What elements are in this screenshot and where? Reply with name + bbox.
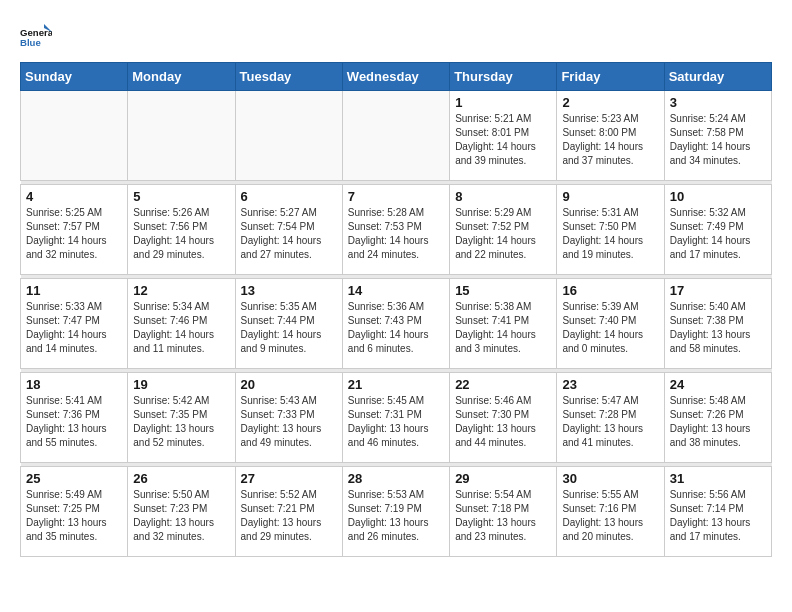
day-info: Sunrise: 5:34 AM Sunset: 7:46 PM Dayligh… [133,300,229,356]
calendar-cell: 16Sunrise: 5:39 AM Sunset: 7:40 PM Dayli… [557,279,664,369]
logo: General Blue [20,20,56,52]
calendar-cell: 23Sunrise: 5:47 AM Sunset: 7:28 PM Dayli… [557,373,664,463]
calendar-cell: 5Sunrise: 5:26 AM Sunset: 7:56 PM Daylig… [128,185,235,275]
weekday-header-thursday: Thursday [450,63,557,91]
day-number: 9 [562,189,658,204]
day-number: 22 [455,377,551,392]
day-number: 19 [133,377,229,392]
day-info: Sunrise: 5:27 AM Sunset: 7:54 PM Dayligh… [241,206,337,262]
calendar-cell: 29Sunrise: 5:54 AM Sunset: 7:18 PM Dayli… [450,467,557,557]
day-info: Sunrise: 5:24 AM Sunset: 7:58 PM Dayligh… [670,112,766,168]
day-info: Sunrise: 5:43 AM Sunset: 7:33 PM Dayligh… [241,394,337,450]
day-number: 2 [562,95,658,110]
day-info: Sunrise: 5:45 AM Sunset: 7:31 PM Dayligh… [348,394,444,450]
day-info: Sunrise: 5:25 AM Sunset: 7:57 PM Dayligh… [26,206,122,262]
day-info: Sunrise: 5:42 AM Sunset: 7:35 PM Dayligh… [133,394,229,450]
day-number: 23 [562,377,658,392]
calendar-cell [235,91,342,181]
day-info: Sunrise: 5:54 AM Sunset: 7:18 PM Dayligh… [455,488,551,544]
calendar-cell: 25Sunrise: 5:49 AM Sunset: 7:25 PM Dayli… [21,467,128,557]
weekday-header-friday: Friday [557,63,664,91]
day-info: Sunrise: 5:35 AM Sunset: 7:44 PM Dayligh… [241,300,337,356]
day-number: 27 [241,471,337,486]
day-info: Sunrise: 5:40 AM Sunset: 7:38 PM Dayligh… [670,300,766,356]
calendar-cell [21,91,128,181]
calendar-cell: 6Sunrise: 5:27 AM Sunset: 7:54 PM Daylig… [235,185,342,275]
day-number: 31 [670,471,766,486]
day-info: Sunrise: 5:28 AM Sunset: 7:53 PM Dayligh… [348,206,444,262]
day-number: 16 [562,283,658,298]
day-info: Sunrise: 5:29 AM Sunset: 7:52 PM Dayligh… [455,206,551,262]
day-info: Sunrise: 5:48 AM Sunset: 7:26 PM Dayligh… [670,394,766,450]
day-info: Sunrise: 5:55 AM Sunset: 7:16 PM Dayligh… [562,488,658,544]
calendar-week-row: 25Sunrise: 5:49 AM Sunset: 7:25 PM Dayli… [21,467,772,557]
day-info: Sunrise: 5:21 AM Sunset: 8:01 PM Dayligh… [455,112,551,168]
calendar-cell: 13Sunrise: 5:35 AM Sunset: 7:44 PM Dayli… [235,279,342,369]
day-number: 7 [348,189,444,204]
day-info: Sunrise: 5:36 AM Sunset: 7:43 PM Dayligh… [348,300,444,356]
calendar-week-row: 4Sunrise: 5:25 AM Sunset: 7:57 PM Daylig… [21,185,772,275]
day-number: 13 [241,283,337,298]
calendar-cell: 8Sunrise: 5:29 AM Sunset: 7:52 PM Daylig… [450,185,557,275]
weekday-header-sunday: Sunday [21,63,128,91]
calendar-cell: 28Sunrise: 5:53 AM Sunset: 7:19 PM Dayli… [342,467,449,557]
day-info: Sunrise: 5:39 AM Sunset: 7:40 PM Dayligh… [562,300,658,356]
day-number: 26 [133,471,229,486]
day-number: 8 [455,189,551,204]
day-number: 1 [455,95,551,110]
calendar-table: SundayMondayTuesdayWednesdayThursdayFrid… [20,62,772,557]
calendar-cell: 19Sunrise: 5:42 AM Sunset: 7:35 PM Dayli… [128,373,235,463]
day-number: 5 [133,189,229,204]
calendar-cell: 14Sunrise: 5:36 AM Sunset: 7:43 PM Dayli… [342,279,449,369]
day-number: 4 [26,189,122,204]
calendar-cell: 27Sunrise: 5:52 AM Sunset: 7:21 PM Dayli… [235,467,342,557]
calendar-cell: 2Sunrise: 5:23 AM Sunset: 8:00 PM Daylig… [557,91,664,181]
day-number: 14 [348,283,444,298]
page-header: General Blue [20,20,772,52]
calendar-cell: 22Sunrise: 5:46 AM Sunset: 7:30 PM Dayli… [450,373,557,463]
calendar-week-row: 1Sunrise: 5:21 AM Sunset: 8:01 PM Daylig… [21,91,772,181]
calendar-cell: 7Sunrise: 5:28 AM Sunset: 7:53 PM Daylig… [342,185,449,275]
day-info: Sunrise: 5:53 AM Sunset: 7:19 PM Dayligh… [348,488,444,544]
day-number: 30 [562,471,658,486]
day-number: 21 [348,377,444,392]
day-number: 28 [348,471,444,486]
day-info: Sunrise: 5:26 AM Sunset: 7:56 PM Dayligh… [133,206,229,262]
calendar-cell: 26Sunrise: 5:50 AM Sunset: 7:23 PM Dayli… [128,467,235,557]
calendar-cell [128,91,235,181]
day-number: 3 [670,95,766,110]
day-info: Sunrise: 5:52 AM Sunset: 7:21 PM Dayligh… [241,488,337,544]
day-info: Sunrise: 5:46 AM Sunset: 7:30 PM Dayligh… [455,394,551,450]
day-number: 29 [455,471,551,486]
day-number: 24 [670,377,766,392]
day-number: 11 [26,283,122,298]
calendar-cell: 1Sunrise: 5:21 AM Sunset: 8:01 PM Daylig… [450,91,557,181]
calendar-cell: 21Sunrise: 5:45 AM Sunset: 7:31 PM Dayli… [342,373,449,463]
day-info: Sunrise: 5:31 AM Sunset: 7:50 PM Dayligh… [562,206,658,262]
day-info: Sunrise: 5:41 AM Sunset: 7:36 PM Dayligh… [26,394,122,450]
calendar-week-row: 18Sunrise: 5:41 AM Sunset: 7:36 PM Dayli… [21,373,772,463]
day-info: Sunrise: 5:49 AM Sunset: 7:25 PM Dayligh… [26,488,122,544]
day-number: 18 [26,377,122,392]
svg-text:Blue: Blue [20,37,41,48]
day-number: 17 [670,283,766,298]
calendar-cell: 10Sunrise: 5:32 AM Sunset: 7:49 PM Dayli… [664,185,771,275]
calendar-cell: 20Sunrise: 5:43 AM Sunset: 7:33 PM Dayli… [235,373,342,463]
day-number: 20 [241,377,337,392]
day-info: Sunrise: 5:47 AM Sunset: 7:28 PM Dayligh… [562,394,658,450]
weekday-header-saturday: Saturday [664,63,771,91]
calendar-cell: 30Sunrise: 5:55 AM Sunset: 7:16 PM Dayli… [557,467,664,557]
calendar-cell: 3Sunrise: 5:24 AM Sunset: 7:58 PM Daylig… [664,91,771,181]
day-number: 12 [133,283,229,298]
calendar-cell: 17Sunrise: 5:40 AM Sunset: 7:38 PM Dayli… [664,279,771,369]
weekday-header-wednesday: Wednesday [342,63,449,91]
calendar-cell: 12Sunrise: 5:34 AM Sunset: 7:46 PM Dayli… [128,279,235,369]
calendar-cell: 9Sunrise: 5:31 AM Sunset: 7:50 PM Daylig… [557,185,664,275]
calendar-cell: 24Sunrise: 5:48 AM Sunset: 7:26 PM Dayli… [664,373,771,463]
calendar-cell: 15Sunrise: 5:38 AM Sunset: 7:41 PM Dayli… [450,279,557,369]
calendar-cell: 31Sunrise: 5:56 AM Sunset: 7:14 PM Dayli… [664,467,771,557]
weekday-header-tuesday: Tuesday [235,63,342,91]
weekday-header-monday: Monday [128,63,235,91]
calendar-cell: 4Sunrise: 5:25 AM Sunset: 7:57 PM Daylig… [21,185,128,275]
day-info: Sunrise: 5:56 AM Sunset: 7:14 PM Dayligh… [670,488,766,544]
